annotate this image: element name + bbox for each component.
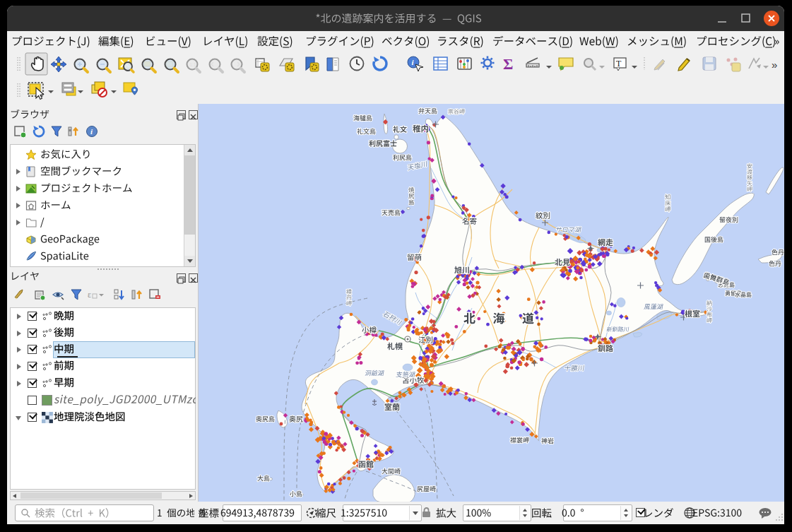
svg-text:»: »	[772, 59, 777, 71]
svg-text:T: T	[616, 59, 622, 69]
svg-text:ε: ε	[88, 290, 91, 300]
svg-text:Σ: Σ	[503, 55, 513, 73]
